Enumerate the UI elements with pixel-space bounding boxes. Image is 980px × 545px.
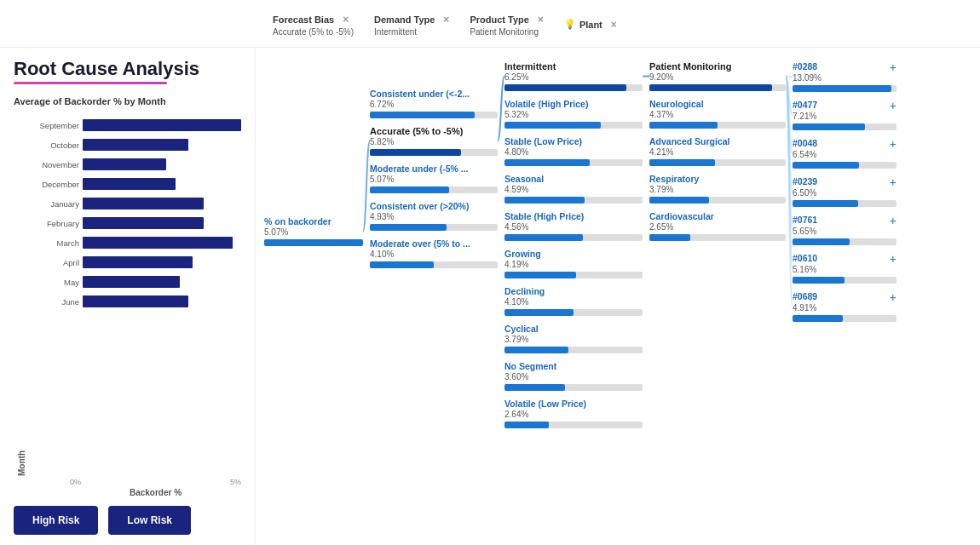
- filter-plant[interactable]: 💡 Plant ×: [564, 19, 617, 32]
- sankey-bar-fill: [793, 85, 891, 92]
- sankey-bar-fill: [649, 234, 690, 241]
- sankey-bar-fill: [504, 272, 576, 278]
- filter-demand-type-close[interactable]: ×: [443, 14, 449, 26]
- filter-plant-close[interactable]: ×: [611, 19, 617, 31]
- sankey-node-label: Seasonal: [504, 174, 544, 184]
- bottom-buttons: High Risk Low Risk: [14, 497, 241, 538]
- sankey-node-label: Respiratory: [649, 174, 699, 184]
- sankey-node-label: #0288: [793, 61, 817, 72]
- sankey-bar-fill: [370, 112, 475, 118]
- sankey-bar-track: [370, 261, 498, 268]
- sankey-node-pct: 4.56%: [504, 222, 643, 232]
- sankey-node-pct: 3.60%: [504, 372, 643, 382]
- sankey-node: Declining4.10%: [504, 286, 643, 316]
- sankey-bar-track: [370, 149, 498, 156]
- sankey-node: #0048+6.54%: [793, 138, 896, 169]
- bar-fill: [83, 198, 204, 209]
- sankey-node: No Segment3.60%: [504, 361, 643, 391]
- sankey-bar-fill: [504, 309, 574, 316]
- bar-row: December: [26, 175, 241, 192]
- sankey-expand-button[interactable]: +: [890, 61, 896, 73]
- sankey-bar-fill: [504, 197, 585, 204]
- sankey-node: #0477+7.21%: [793, 100, 896, 130]
- sankey-bar-fill: [504, 347, 568, 353]
- bar-fill: [83, 295, 188, 307]
- sankey-bar-fill: [649, 122, 718, 129]
- sankey-bar-track: [649, 122, 786, 129]
- sankey-bar-fill: [649, 84, 772, 91]
- sankey-bar-fill: [370, 186, 449, 193]
- sankey-bar-track: [504, 309, 643, 316]
- sankey-node-label: Moderate over (5% to ...: [370, 238, 470, 249]
- sankey-column: Intermittent6.25%Volatile (High Price)5.…: [501, 61, 646, 436]
- sankey-expand-button[interactable]: +: [890, 291, 896, 303]
- sankey-column: Consistent under (<-2...6.72%Accurate (5…: [366, 89, 501, 276]
- month-label: April: [26, 258, 79, 267]
- sankey-node-pct: 4.93%: [370, 212, 498, 221]
- sankey-container: % on backorder5.07%Consistent under (<-2…: [256, 54, 980, 538]
- sankey-bar-track: [370, 186, 498, 193]
- bar-row: May: [26, 273, 241, 290]
- sankey-bar-fill: [793, 200, 858, 207]
- sankey-bar-track: [793, 200, 896, 207]
- sankey-node: Cardiovascular2.65%: [649, 211, 786, 241]
- bar-fill: [83, 256, 193, 268]
- sankey-node-label: Consistent under (<-2...: [370, 89, 470, 99]
- sankey-bar-track: [793, 315, 896, 322]
- sankey-node: Moderate over (5% to ...4.10%: [370, 238, 498, 268]
- sankey-node-label: No Segment: [504, 361, 556, 371]
- sankey-node: #0761+5.65%: [793, 215, 896, 245]
- bar-row: June: [26, 293, 241, 310]
- sankey-node: Stable (High Price)4.56%: [504, 211, 643, 241]
- bar-fill: [83, 139, 188, 151]
- bar-row: March: [26, 234, 241, 251]
- sankey-node: Patient Monitoring9.20%: [649, 61, 786, 91]
- x-axis: 0% 5%: [70, 478, 241, 486]
- sankey-node: Advanced Surgical4.21%: [649, 136, 786, 166]
- sankey-bar-track: [370, 112, 498, 118]
- filter-forecast-bias[interactable]: Forecast Bias × Accurate (5% to -5%): [273, 14, 354, 37]
- sankey-bar-fill: [793, 162, 859, 169]
- sankey-node-label: Intermittent: [504, 61, 556, 72]
- filter-forecast-bias-close[interactable]: ×: [343, 14, 349, 26]
- sankey-node-pct: 4.59%: [504, 185, 643, 194]
- sankey-bar-track: [504, 234, 643, 241]
- filter-product-type-close[interactable]: ×: [538, 14, 544, 26]
- sankey-expand-button[interactable]: +: [890, 215, 896, 227]
- sankey-node-pct: 4.80%: [504, 147, 643, 157]
- sankey-bar-track: [793, 277, 896, 284]
- sankey-bar-fill: [504, 384, 565, 391]
- sankey-expand-button[interactable]: +: [890, 100, 896, 112]
- sankey-bar-track: [649, 234, 786, 241]
- sankey-node: Cyclical3.79%: [504, 324, 643, 353]
- sankey-node-label: Growing: [504, 249, 541, 259]
- sankey-bar-fill: [504, 159, 590, 166]
- sankey-node: Volatile (Low Price)2.64%: [504, 399, 643, 428]
- filter-product-type[interactable]: Product Type × Patient Monitoring: [470, 14, 544, 37]
- sankey-bar-fill: [793, 238, 850, 245]
- high-risk-button[interactable]: High Risk: [14, 506, 98, 535]
- sankey-expand-button[interactable]: +: [890, 138, 896, 150]
- sankey-column: Patient Monitoring9.20%Neurological4.37%…: [646, 61, 789, 249]
- sankey-node-pct: 5.82%: [370, 137, 498, 146]
- sankey-bar-track: [504, 159, 643, 166]
- sankey-node-pct: 2.64%: [504, 410, 643, 419]
- sankey-bar-track: [649, 197, 786, 204]
- filter-forecast-bias-value: Accurate (5% to -5%): [273, 27, 354, 37]
- sankey-node-label: #0761: [793, 215, 817, 225]
- sankey-expand-button[interactable]: +: [890, 176, 896, 188]
- sankey-node-pct: 4.91%: [793, 303, 896, 313]
- sankey-bar-track: [793, 238, 896, 245]
- sankey-node: Neurological4.37%: [649, 99, 786, 129]
- sankey-node-pct: 6.72%: [370, 100, 498, 109]
- low-risk-button[interactable]: Low Risk: [108, 506, 191, 535]
- sankey-node-label: #0048: [793, 138, 817, 148]
- main-content: Root Cause Analysis Average of Backorder…: [0, 48, 980, 545]
- sankey-bar-fill: [504, 422, 549, 428]
- bar-track: [83, 119, 241, 131]
- filter-demand-type[interactable]: Demand Type × Intermittent: [374, 14, 449, 37]
- month-label: March: [26, 238, 79, 248]
- sankey-bar-track: [793, 85, 896, 92]
- x-axis-1: 5%: [230, 478, 241, 486]
- sankey-expand-button[interactable]: +: [890, 253, 896, 265]
